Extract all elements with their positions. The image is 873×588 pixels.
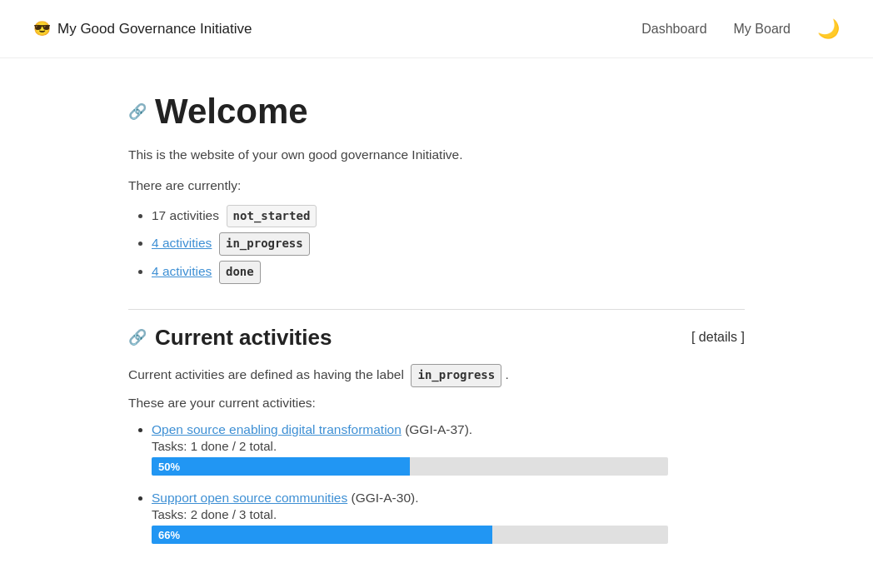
badge-in-progress: in_progress	[219, 232, 310, 256]
progress-bar-1: 50%	[152, 457, 668, 476]
badge-not-started: not_started	[227, 205, 317, 228]
anchor-icon-2: 🔗	[128, 328, 147, 346]
section-divider	[128, 309, 745, 310]
anchor-icon: 🔗	[128, 102, 147, 121]
current-activities-desc: Current activities are defined as having…	[128, 364, 745, 387]
current-activities-heading: Current activities	[155, 325, 332, 351]
welcome-summary: There are currently:	[128, 176, 745, 197]
badge-in-progress-desc: in_progress	[411, 364, 501, 387]
navigation: 😎 My Good Governance Initiative Dashboar…	[0, 0, 873, 58]
list-item: 17 activities not_started	[152, 205, 745, 228]
activity-title-line-2: Support open source communities (GGI-A-3…	[152, 491, 745, 506]
brand-name: My Good Governance Initiative	[57, 21, 252, 37]
tasks-line-2: Tasks: 2 done / 3 total.	[152, 507, 745, 521]
list-item: Open source enabling digital transformat…	[152, 422, 745, 476]
progress-label-2: 66%	[158, 529, 180, 541]
tasks-line-1: Tasks: 1 done / 2 total.	[152, 439, 745, 453]
progress-fill-1: 50%	[152, 457, 410, 476]
activity-count-not-started: 17 activities	[152, 208, 219, 222]
progress-bar-2: 66%	[152, 526, 668, 544]
list-item: 4 activities in_progress	[152, 232, 745, 256]
activity-id-2-text: (GGI-A-30).	[352, 491, 419, 505]
badge-done: done	[219, 261, 261, 284]
theme-toggle-icon[interactable]: 🌙	[817, 18, 840, 40]
welcome-section: 🔗 Welcome This is the website of your ow…	[128, 92, 745, 284]
activity-id-1-text: (GGI-A-37).	[405, 422, 472, 436]
activity-link-2[interactable]: Support open source communities	[152, 491, 347, 505]
progress-label-1: 50%	[158, 461, 180, 473]
activity-title-line-1: Open source enabling digital transformat…	[152, 422, 745, 437]
current-activities-list: Open source enabling digital transformat…	[128, 422, 745, 544]
main-content: 🔗 Welcome This is the website of your ow…	[78, 58, 795, 588]
details-link[interactable]: [ details ]	[691, 330, 745, 345]
welcome-heading: Welcome	[155, 92, 308, 132]
activity-link-done[interactable]: 4 activities	[152, 264, 212, 278]
these-are-text: These are your current activities:	[128, 392, 745, 414]
current-desc-prefix: Current activities are defined as having…	[128, 367, 404, 381]
current-activities-section: 🔗 Current activities [ details ] Current…	[128, 325, 745, 544]
brand-emoji: 😎	[33, 20, 51, 37]
brand: 😎 My Good Governance Initiative	[33, 20, 252, 37]
list-item: 4 activities done	[152, 261, 745, 284]
progress-fill-2: 66%	[152, 526, 492, 544]
welcome-description: This is the website of your own good gov…	[128, 145, 745, 166]
myboard-link[interactable]: My Board	[734, 22, 791, 37]
dashboard-link[interactable]: Dashboard	[641, 22, 706, 37]
nav-links: Dashboard My Board 🌙	[641, 18, 840, 40]
list-item: Support open source communities (GGI-A-3…	[152, 491, 745, 544]
current-desc-suffix: .	[506, 367, 509, 381]
activity-status-list: 17 activities not_started 4 activities i…	[128, 205, 745, 284]
activity-link-1[interactable]: Open source enabling digital transformat…	[152, 422, 402, 436]
activity-link-in-progress[interactable]: 4 activities	[152, 236, 212, 250]
